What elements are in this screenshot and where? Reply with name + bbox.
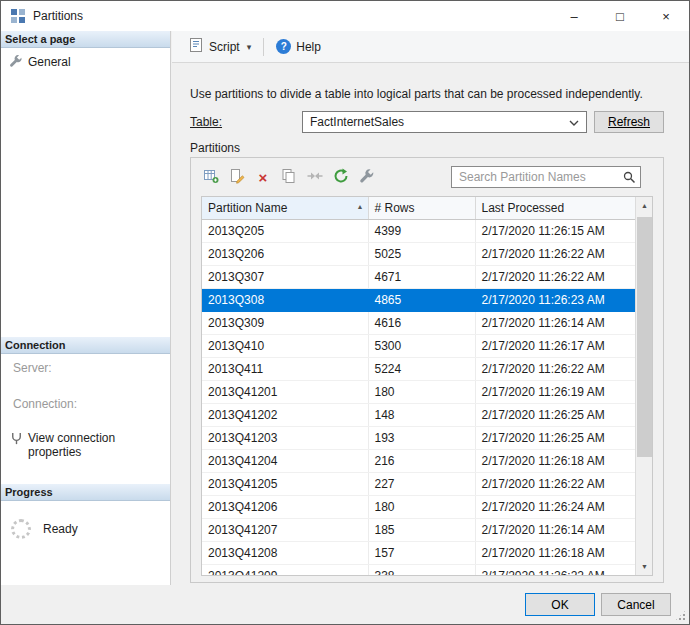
main-panel: Script ▾ ? Help Use partitions to divide… bbox=[172, 31, 689, 587]
partition-name-cell: 2013Q205 bbox=[202, 219, 368, 242]
partition-row[interactable]: 2013Q412071852/17/2020 11:26:14 AM bbox=[202, 518, 635, 541]
rows-cell: 4399 bbox=[368, 219, 475, 242]
sort-asc-icon: ▲ bbox=[357, 203, 364, 210]
partition-row[interactable]: 2013Q412093382/17/2020 11:26:22 AM bbox=[202, 564, 635, 576]
last-processed-cell: 2/17/2020 11:26:25 AM bbox=[475, 426, 635, 449]
edit-partition-button[interactable] bbox=[225, 166, 249, 188]
partition-row[interactable]: 2013Q412011802/17/2020 11:26:19 AM bbox=[202, 380, 635, 403]
titlebar: Partitions – □ × bbox=[1, 1, 689, 31]
partition-grid-body: 2013Q20543992/17/2020 11:26:15 AM2013Q20… bbox=[202, 219, 635, 576]
col-last-processed[interactable]: Last Processed bbox=[475, 197, 635, 219]
last-processed-cell: 2/17/2020 11:26:24 AM bbox=[475, 495, 635, 518]
sidebar-item-general[interactable]: General bbox=[9, 53, 71, 71]
rows-cell: 227 bbox=[368, 472, 475, 495]
ok-button[interactable]: OK bbox=[525, 593, 595, 616]
partition-grid: Partition Name ▲ # Rows Last Processed 2… bbox=[201, 196, 653, 576]
partitions-group: × bbox=[190, 157, 664, 583]
chevron-down-icon bbox=[569, 115, 579, 129]
table-combobox[interactable]: FactInternetSales bbox=[302, 111, 587, 133]
progress-status: Ready bbox=[43, 522, 78, 536]
window-title: Partitions bbox=[33, 9, 83, 23]
edit-partition-icon bbox=[229, 168, 245, 187]
view-connection-properties-label: View connection properties bbox=[28, 431, 167, 459]
partition-row[interactable]: 2013Q412061802/17/2020 11:26:24 AM bbox=[202, 495, 635, 518]
last-processed-cell: 2/17/2020 11:26:15 AM bbox=[475, 219, 635, 242]
partition-row[interactable]: 2013Q412042162/17/2020 11:26:18 AM bbox=[202, 449, 635, 472]
partition-row[interactable]: 2013Q41152242/17/2020 11:26:22 AM bbox=[202, 357, 635, 380]
refresh-button[interactable]: Refresh bbox=[594, 111, 664, 133]
search-icon[interactable] bbox=[623, 171, 636, 187]
toolbar-separator bbox=[263, 38, 264, 56]
rows-cell: 4865 bbox=[368, 288, 475, 311]
merge-partitions-icon bbox=[307, 168, 323, 187]
partition-row[interactable]: 2013Q412021482/17/2020 11:26:25 AM bbox=[202, 403, 635, 426]
view-connection-properties-link[interactable]: View connection properties bbox=[9, 431, 167, 459]
scroll-up-icon[interactable]: ▲ bbox=[636, 197, 653, 214]
rows-cell: 5300 bbox=[368, 334, 475, 357]
script-button[interactable]: Script ▾ bbox=[182, 34, 257, 59]
rows-cell: 5025 bbox=[368, 242, 475, 265]
rows-cell: 157 bbox=[368, 541, 475, 564]
partition-name-cell: 2013Q41202 bbox=[202, 403, 368, 426]
wrench-icon bbox=[9, 54, 23, 71]
last-processed-cell: 2/17/2020 11:26:22 AM bbox=[475, 564, 635, 576]
col-partition-name[interactable]: Partition Name ▲ bbox=[202, 197, 368, 219]
partition-row[interactable]: 2013Q412081572/17/2020 11:26:18 AM bbox=[202, 541, 635, 564]
partition-row[interactable]: 2013Q20650252/17/2020 11:26:22 AM bbox=[202, 242, 635, 265]
partition-name-cell: 2013Q41201 bbox=[202, 380, 368, 403]
rows-cell: 193 bbox=[368, 426, 475, 449]
help-button-label: Help bbox=[296, 40, 321, 54]
last-processed-cell: 2/17/2020 11:26:18 AM bbox=[475, 541, 635, 564]
scrollbar-thumb[interactable] bbox=[637, 217, 652, 457]
partition-row[interactable]: 2013Q30848652/17/2020 11:26:23 AM bbox=[202, 288, 635, 311]
cancel-button[interactable]: Cancel bbox=[601, 593, 671, 616]
search-input[interactable] bbox=[451, 166, 641, 188]
help-icon: ? bbox=[276, 39, 291, 54]
partition-row[interactable]: 2013Q30746712/17/2020 11:26:22 AM bbox=[202, 265, 635, 288]
partition-name-cell: 2013Q41207 bbox=[202, 518, 368, 541]
minimize-button[interactable]: – bbox=[551, 1, 597, 31]
table-combobox-value: FactInternetSales bbox=[310, 115, 569, 129]
resize-grip[interactable] bbox=[674, 609, 687, 622]
partition-row[interactable]: 2013Q412052272/17/2020 11:26:22 AM bbox=[202, 472, 635, 495]
partitions-toolbar: × bbox=[199, 164, 655, 190]
partition-row[interactable]: 2013Q20543992/17/2020 11:26:15 AM bbox=[202, 219, 635, 242]
help-button[interactable]: ? Help bbox=[270, 36, 327, 57]
merge-partitions-button[interactable] bbox=[303, 166, 327, 188]
partition-name-cell: 2013Q411 bbox=[202, 357, 368, 380]
copy-partition-icon bbox=[281, 168, 297, 187]
table-label: Table: bbox=[190, 115, 222, 129]
partition-name-cell: 2013Q410 bbox=[202, 334, 368, 357]
partition-name-cell: 2013Q309 bbox=[202, 311, 368, 334]
wrench-icon bbox=[359, 168, 375, 187]
last-processed-cell: 2/17/2020 11:26:22 AM bbox=[475, 472, 635, 495]
server-label: Server: bbox=[13, 361, 52, 375]
col-rows[interactable]: # Rows bbox=[368, 197, 475, 219]
progress-spinner-icon bbox=[11, 519, 31, 539]
table-controls-row: Table: FactInternetSales Refresh bbox=[190, 111, 664, 133]
copy-partition-button[interactable] bbox=[277, 166, 301, 188]
partition-row[interactable]: 2013Q41053002/17/2020 11:26:17 AM bbox=[202, 334, 635, 357]
progress-header: Progress bbox=[1, 484, 170, 501]
partition-row[interactable]: 2013Q30946162/17/2020 11:26:14 AM bbox=[202, 311, 635, 334]
partition-row[interactable]: 2013Q412031932/17/2020 11:26:25 AM bbox=[202, 426, 635, 449]
partition-settings-button[interactable] bbox=[355, 166, 379, 188]
last-processed-cell: 2/17/2020 11:26:22 AM bbox=[475, 265, 635, 288]
col-last-processed-label: Last Processed bbox=[482, 201, 565, 215]
grid-scrollbar[interactable]: ▲ ▼ bbox=[635, 197, 652, 575]
last-processed-cell: 2/17/2020 11:26:25 AM bbox=[475, 403, 635, 426]
partition-name-cell: 2013Q206 bbox=[202, 242, 368, 265]
process-partition-button[interactable] bbox=[329, 166, 353, 188]
window-controls: – □ × bbox=[551, 1, 689, 31]
grid-header-row: Partition Name ▲ # Rows Last Processed bbox=[202, 197, 635, 219]
delete-partition-button[interactable]: × bbox=[251, 166, 275, 188]
close-button[interactable]: × bbox=[643, 1, 689, 31]
scroll-down-icon[interactable]: ▼ bbox=[636, 558, 653, 575]
chevron-down-icon[interactable]: ▾ bbox=[247, 42, 252, 52]
col-partition-name-label: Partition Name bbox=[208, 201, 287, 215]
new-partition-button[interactable] bbox=[199, 166, 223, 188]
partition-name-cell: 2013Q41205 bbox=[202, 472, 368, 495]
maximize-button[interactable]: □ bbox=[597, 1, 643, 31]
footer: OK Cancel bbox=[1, 585, 689, 624]
partition-name-cell: 2013Q41203 bbox=[202, 426, 368, 449]
